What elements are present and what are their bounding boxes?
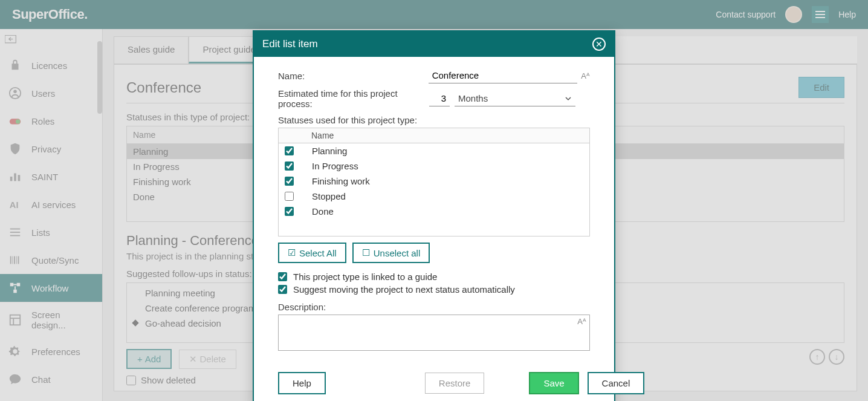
dialog-title: Edit list item — [262, 38, 318, 50]
status-checkbox[interactable] — [285, 207, 294, 216]
status-checkbox[interactable] — [285, 146, 294, 155]
close-button[interactable]: ✕ — [592, 37, 606, 51]
translate-icon[interactable]: Aᴬ — [581, 71, 590, 80]
help-button[interactable]: Help — [278, 372, 326, 394]
status-name: Done — [312, 206, 334, 217]
time-label: Estimated time for this project process: — [278, 88, 429, 109]
close-icon: ✕ — [595, 39, 603, 49]
status-name: In Progress — [312, 161, 358, 171]
status-checkbox[interactable] — [285, 192, 294, 201]
status-name: Stopped — [312, 191, 346, 201]
column-header-name[interactable]: Name — [279, 128, 589, 143]
statuses-used-table: Name Planning In Progress Finishing work… — [278, 128, 590, 236]
time-value-input[interactable] — [429, 91, 450, 106]
restore-button: Restore — [425, 373, 485, 394]
select-all-icon: ☑ — [288, 247, 296, 258]
description-label: Description: — [278, 302, 590, 312]
status-name: Finishing work — [312, 176, 370, 186]
table-row[interactable]: Done — [279, 204, 589, 219]
linked-guide-checkbox[interactable] — [278, 272, 287, 281]
statuses-used-label: Statuses used for this project type: — [278, 115, 590, 125]
unselect-all-button[interactable]: ☐Unselect all — [352, 243, 430, 263]
edit-list-item-dialog: Edit list item ✕ Name: Aᴬ Estimated time… — [253, 30, 615, 401]
linked-guide-label: This project type is linked to a guide — [293, 272, 437, 282]
time-unit-select[interactable]: Months — [455, 91, 575, 106]
select-all-button[interactable]: ☑Select All — [278, 243, 346, 263]
unselect-all-icon: ☐ — [362, 247, 370, 258]
table-row[interactable]: In Progress — [279, 158, 589, 174]
status-checkbox[interactable] — [285, 161, 294, 171]
status-name: Planning — [312, 146, 347, 156]
table-row[interactable]: Finishing work — [279, 174, 589, 189]
table-row[interactable]: Stopped — [279, 189, 589, 204]
suggest-move-label: Suggest moving the project to next statu… — [293, 284, 515, 295]
save-button[interactable]: Save — [529, 372, 578, 394]
table-row[interactable]: Planning — [279, 143, 589, 158]
chevron-down-icon — [565, 95, 572, 102]
description-textarea[interactable] — [278, 315, 590, 351]
name-label: Name: — [278, 71, 429, 81]
dialog-header: Edit list item ✕ — [254, 31, 614, 57]
cancel-button[interactable]: Cancel — [588, 372, 645, 394]
name-input[interactable] — [429, 68, 578, 83]
status-checkbox[interactable] — [285, 177, 294, 186]
suggest-move-checkbox[interactable] — [278, 285, 287, 294]
translate-icon[interactable]: Aᴬ — [577, 317, 586, 326]
